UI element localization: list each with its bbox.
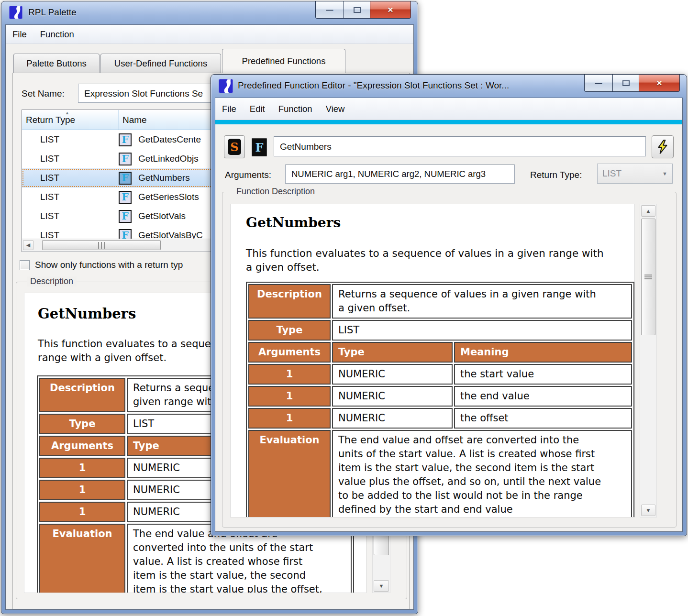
tab-user-defined-functions[interactable]: User-Defined Functions: [100, 54, 221, 73]
vertical-scrollbar-thumb[interactable]: [641, 219, 655, 335]
scrollbar-grip: [97, 242, 106, 249]
scroll-down-button[interactable]: ▼: [641, 505, 655, 516]
filter-checkbox-row[interactable]: Show only functions with a return typ: [20, 260, 183, 270]
type-label-cell: Type: [39, 414, 125, 434]
table-row: 1 NUMERIC the start value: [248, 364, 632, 385]
function-detail-table: Description Returns a sequence of values…: [246, 282, 634, 517]
arguments-label-cell: Arguments: [39, 436, 125, 456]
desktop: RPL Palette — ✕ File Function Palette Bu…: [0, 0, 688, 616]
maximize-button[interactable]: [613, 75, 639, 92]
table-row: Evaluation The end value and offset are …: [248, 430, 632, 517]
maximize-icon: [622, 80, 630, 86]
evaluate-button[interactable]: [652, 135, 674, 158]
menu-file[interactable]: File: [6, 29, 33, 40]
scrollbar-grip: [644, 274, 652, 280]
table-row: 1 NUMERIC the offset: [248, 408, 632, 429]
editor-titlebar[interactable]: Predefined Function Editor - "Expression…: [211, 75, 687, 98]
arg-meaning-cell: the offset: [454, 408, 632, 429]
arg-num-cell: 1: [248, 408, 331, 429]
column-header-return-type[interactable]: ▲ Return Type: [22, 110, 119, 130]
riverware-logo-icon: [219, 79, 232, 92]
function-icon: F: [119, 229, 132, 239]
function-name-value: GetNumbers: [280, 142, 332, 151]
palette-menubar: File Function: [6, 25, 413, 44]
tab-palette-buttons[interactable]: Palette Buttons: [13, 54, 100, 73]
evaluation-label-cell: Evaluation: [39, 524, 125, 593]
menu-edit[interactable]: Edit: [243, 104, 272, 114]
minimize-button[interactable]: —: [584, 75, 613, 92]
arg-num-cell: 1: [248, 386, 331, 407]
evaluation-label-cell: Evaluation: [248, 430, 331, 517]
function-icon: F: [119, 153, 132, 165]
slot-button[interactable]: S: [224, 135, 245, 158]
function-name-input[interactable]: GetNumbers: [274, 136, 646, 156]
description-group-title: Description: [27, 276, 77, 286]
scroll-down-icon: ▼: [646, 507, 651, 513]
menu-function[interactable]: Function: [33, 29, 81, 40]
function-intro: This function evaluates to a sequence of…: [246, 246, 610, 274]
arguments-label-cell: Arguments: [248, 342, 331, 363]
arguments-label: Arguments:: [225, 170, 271, 180]
arg-num-cell: 1: [248, 364, 331, 385]
type-header-cell: Type: [332, 342, 453, 363]
close-button[interactable]: ✕: [639, 75, 680, 92]
arg-type-cell: NUMERIC: [332, 364, 453, 385]
menu-function[interactable]: Function: [272, 104, 319, 114]
palette-window-title: RPL Palette: [28, 1, 77, 24]
predefined-function-editor-window: Predefined Function Editor - "Expression…: [211, 74, 687, 536]
return-type-dropdown-disabled: LIST ▼: [597, 164, 673, 184]
set-name-value: Expression Slot Functions Se: [84, 89, 203, 98]
function-description-groupbox: Function Description GetNumbers This fun…: [222, 192, 677, 528]
scroll-down-icon: ▼: [379, 583, 384, 589]
palette-titlebar[interactable]: RPL Palette — ✕: [1, 1, 418, 24]
column-header-name[interactable]: Name: [119, 110, 147, 130]
editor-menubar: File Edit Function View: [215, 98, 682, 120]
maximize-button[interactable]: [344, 1, 370, 19]
arg-meaning-cell: the end value: [454, 386, 632, 407]
table-row: Arguments Type Meaning: [248, 342, 632, 363]
arg-num-cell: 1: [39, 502, 125, 522]
function-icon: F: [252, 138, 267, 156]
menu-view[interactable]: View: [319, 104, 352, 114]
function-heading: GetNumbers: [38, 306, 136, 322]
evaluation-value-cell: The end value and offset are converted i…: [332, 430, 632, 517]
editor-caption-buttons: — ✕: [584, 75, 680, 92]
minimize-icon: —: [595, 79, 602, 87]
function-icon: F: [119, 191, 132, 204]
filter-checkbox-label: Show only functions with a return typ: [35, 260, 183, 270]
minimize-button[interactable]: —: [315, 1, 344, 19]
description-vertical-scrollbar: ▲ ▼: [640, 204, 657, 517]
scroll-up-icon: ▲: [646, 208, 651, 214]
type-value-cell: LIST: [332, 320, 632, 341]
arg-type-cell: NUMERIC: [332, 386, 453, 407]
type-label-cell: Type: [248, 320, 331, 341]
function-icon: F: [119, 210, 132, 223]
close-button[interactable]: ✕: [370, 1, 411, 19]
chevron-down-icon: ▼: [662, 171, 667, 176]
function-icon: F: [119, 133, 132, 146]
checkbox-unchecked[interactable]: [20, 260, 30, 270]
scroll-up-button[interactable]: ▲: [641, 205, 655, 217]
function-description-group-title: Function Description: [233, 187, 318, 197]
lightning-icon: [656, 140, 669, 154]
sort-ascending-icon: ▲: [65, 110, 69, 115]
table-row: Description Returns a sequence of values…: [248, 284, 632, 319]
close-icon: ✕: [656, 79, 663, 88]
scroll-left-button[interactable]: ◀: [23, 240, 33, 250]
menu-file[interactable]: File: [215, 104, 243, 114]
accent-stripe: [215, 120, 682, 124]
set-name-label: Set Name:: [22, 88, 65, 99]
tab-predefined-functions[interactable]: Predefined Functions: [222, 49, 345, 73]
riverware-logo-icon: [9, 6, 22, 19]
editor-window-title: Predefined Function Editor - "Expression…: [238, 75, 509, 98]
horizontal-scrollbar-thumb[interactable]: [42, 240, 161, 250]
scroll-down-button[interactable]: ▼: [374, 580, 389, 592]
function-description-document: GetNumbers This function evaluates to a …: [230, 204, 635, 517]
table-row: 1 NUMERIC the end value: [248, 386, 632, 407]
description-label-cell: Description: [39, 378, 125, 412]
return-type-value: LIST: [602, 168, 621, 179]
meaning-header-cell: Meaning: [454, 342, 632, 363]
table-row: Type LIST: [248, 320, 632, 341]
arguments-value: NUMERIC arg1, NUMERIC arg2, NUMERIC arg3: [291, 170, 486, 179]
arguments-input[interactable]: NUMERIC arg1, NUMERIC arg2, NUMERIC arg3: [285, 165, 515, 184]
